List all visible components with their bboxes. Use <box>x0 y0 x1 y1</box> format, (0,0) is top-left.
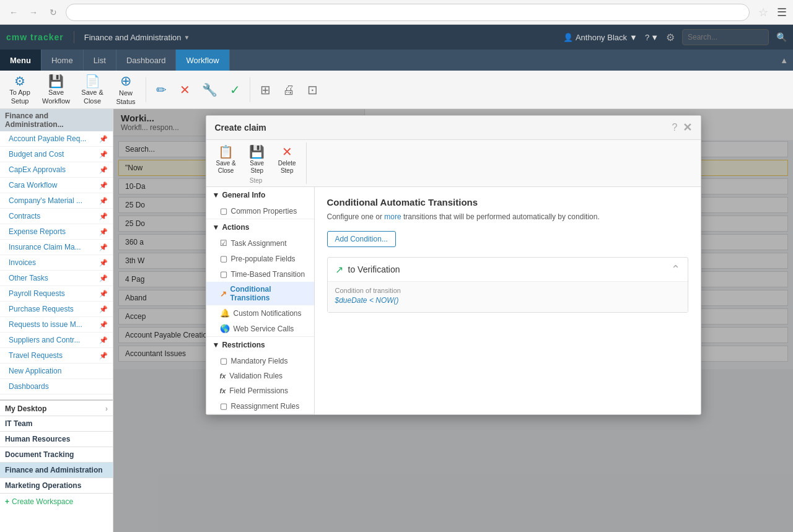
more-link[interactable]: more <box>384 212 401 221</box>
nav-item-reassignment-rules[interactable]: ▢ Reassignment Rules <box>206 398 314 414</box>
collapse-icon: ▼ <box>212 223 220 232</box>
collapse-icon: ▼ <box>212 341 220 349</box>
header-search-icon[interactable]: 🔍 <box>776 32 787 42</box>
nav-group-general-header[interactable]: ▼ General Info <box>206 187 314 203</box>
sidebar-item-invoices[interactable]: Invoices 📌 <box>0 255 113 271</box>
sidebar-item-other-tasks[interactable]: Other Tasks 📌 <box>0 271 113 286</box>
save-workflow-icon: 💾 <box>48 75 64 87</box>
modal-save-close-button[interactable]: 📋 Save & Close <box>211 142 241 176</box>
forward-button[interactable]: → <box>26 5 41 20</box>
nav-item-label: Web Service Calls <box>234 325 294 333</box>
user-menu[interactable]: 👤 Anthony Black ▼ <box>563 33 637 42</box>
pin-icon: 📌 <box>99 212 108 220</box>
sidebar-item-travel[interactable]: Travel Requests 📌 <box>0 348 113 364</box>
bookmark-icon[interactable]: ☆ <box>758 6 768 19</box>
transition-toggle[interactable]: ⌃ <box>671 263 680 276</box>
header-search-input[interactable] <box>682 29 769 45</box>
modal-delete-step-button[interactable]: ✕ Delete Step <box>273 142 301 176</box>
configure-button[interactable]: 🔧 <box>197 73 222 107</box>
user-caret: ▼ <box>629 33 637 42</box>
settings-icon[interactable]: ⚙ <box>666 32 675 43</box>
sidebar-item-suppliers[interactable]: Suppliers and Contr... 📌 <box>0 333 113 348</box>
back-button[interactable]: ← <box>6 5 21 20</box>
save-workflow-label: Save <box>48 89 64 96</box>
sidebar-item-new-app[interactable]: New Application <box>0 364 113 379</box>
sidebar-item-company[interactable]: Company's Material ... 📌 <box>0 193 113 209</box>
sidebar-item-expense[interactable]: Expense Reports 📌 <box>0 224 113 240</box>
transition-body: Condition of transition $dueDate < NOW() <box>328 281 688 312</box>
tab-menu[interactable]: Menu <box>0 50 42 71</box>
to-app-setup-button[interactable]: ⚙ To App Setup <box>4 73 36 107</box>
nav-chevron: ▲ <box>775 50 793 71</box>
confirm-button[interactable]: ✓ <box>224 73 246 107</box>
modal-help-icon[interactable]: ? <box>672 122 678 133</box>
modal-save-close-label-2: Close <box>218 167 234 174</box>
nav-item-custom-notifications[interactable]: 🔔 Custom Notifications <box>206 305 314 321</box>
nav-item-mandatory-fields[interactable]: ▢ Mandatory Fields <box>206 353 314 368</box>
tab-home[interactable]: Home <box>42 50 84 71</box>
conditional-icon: ↗ <box>220 289 227 299</box>
save-workflow-button[interactable]: 💾 Save Workflow <box>37 73 75 107</box>
nav-item-conditional-transitions[interactable]: ↗ Conditional Transitions <box>206 282 314 305</box>
tab-list[interactable]: List <box>84 50 116 71</box>
print-icon: 🖨 <box>283 84 295 96</box>
nav-item-label: Common Properties <box>231 207 297 216</box>
save-close-button[interactable]: 📄 Save & Close <box>76 73 108 107</box>
sidebar-item-cara[interactable]: Cara Workflow 📌 <box>0 178 113 193</box>
sidebar-item-budget[interactable]: Budget and Cost 📌 <box>0 147 113 162</box>
modal-save-step-button[interactable]: 💾 Save Step <box>243 142 271 176</box>
plus-icon: + <box>5 497 9 506</box>
nav-item-task-assignment[interactable]: ☑ Task Assignment <box>206 235 314 251</box>
pin-icon: 📌 <box>99 181 108 190</box>
conditional-transitions-desc: Configure one or more transitions that w… <box>327 211 688 222</box>
nav-item-common-properties[interactable]: ▢ Common Properties <box>206 203 314 219</box>
create-workspace-button[interactable]: + Create Workspace <box>0 494 113 510</box>
nav-item-pre-populate[interactable]: ▢ Pre-populate Fields <box>206 251 314 266</box>
sidebar-marketing-operations[interactable]: Marketing Operations <box>0 478 113 494</box>
reload-button[interactable]: ↻ <box>46 5 61 20</box>
nav-item-web-service[interactable]: 🌎 Web Service Calls <box>206 321 314 336</box>
my-desktop-group[interactable]: My Desktop › <box>0 401 113 416</box>
sidebar-document-tracking[interactable]: Document Tracking <box>0 447 113 463</box>
edit-button[interactable]: ✏ <box>150 73 172 107</box>
sidebar-finance-administration[interactable]: Finance and Administration <box>0 463 113 478</box>
step-nav: ▼ General Info ▢ Common Properties ▼ <box>206 187 315 414</box>
sidebar-item-requests[interactable]: Requests to issue M... 📌 <box>0 317 113 333</box>
sidebar-item-payroll[interactable]: Payroll Requests 📌 <box>0 286 113 302</box>
nav-group-restrictions-header[interactable]: ▼ Restrictions <box>206 337 314 353</box>
nav-item-time-based[interactable]: ▢ Time-Based Transition <box>206 266 314 282</box>
new-status-button[interactable]: ⊕ New Status <box>110 73 142 107</box>
browser-menu-icon[interactable]: ☰ <box>777 6 787 19</box>
sidebar-it-team[interactable]: IT Team <box>0 416 113 432</box>
sidebar-section-header: Finance and Administration... <box>0 109 113 131</box>
nav-item-validation-rules[interactable]: fx Validation Rules <box>206 368 314 383</box>
export-icon: ⊡ <box>307 84 318 96</box>
sidebar-human-resources[interactable]: Human Resources <box>0 432 113 447</box>
print-button[interactable]: 🖨 <box>278 73 300 107</box>
sidebar-item-dashboards[interactable]: Dashboards <box>0 379 113 395</box>
nav-item-label: Custom Notifications <box>234 309 302 318</box>
nav-item-label: Mandatory Fields <box>231 357 288 365</box>
nav-item-field-permissions[interactable]: fx Field Permissions <box>206 383 314 398</box>
step-modal: Create claim ? ✕ 📋 Save & Close <box>206 115 701 415</box>
add-condition-button[interactable]: Add Condition... <box>327 231 396 247</box>
address-bar[interactable] <box>66 4 750 21</box>
sidebar-item-insurance[interactable]: Insurance Claim Ma... 📌 <box>0 240 113 255</box>
modal-close-button[interactable]: ✕ <box>683 121 692 134</box>
sidebar-item-capex[interactable]: CapEx Approvals 📌 <box>0 162 113 178</box>
nav-group-actions-header[interactable]: ▼ Actions <box>206 219 314 235</box>
export-button[interactable]: ⊡ <box>301 73 323 107</box>
delete-button[interactable]: ✕ <box>173 73 196 107</box>
grid-button[interactable]: ⊞ <box>254 73 276 107</box>
sidebar-item-account-payable[interactable]: Account Payable Req... 📌 <box>0 131 113 147</box>
workspace-selector[interactable]: Finance and Administration ▼ <box>84 33 190 42</box>
help-button[interactable]: ? ▼ <box>645 33 659 42</box>
nav-group-general-label: General Info <box>222 191 265 199</box>
sidebar-item-contracts[interactable]: Contracts 📌 <box>0 209 113 224</box>
modal-toolbar-section-label: 📋 Save & Close 💾 Save Step ✕ <box>211 142 307 184</box>
transition-title: to Verification <box>348 264 400 274</box>
sidebar-item-purchase[interactable]: Purchase Requests 📌 <box>0 302 113 317</box>
tab-workflow[interactable]: Workflow <box>176 50 229 71</box>
modal-toolbar-buttons: 📋 Save & Close 💾 Save Step ✕ <box>211 142 301 176</box>
tab-dashboard[interactable]: Dashboard <box>116 50 177 71</box>
